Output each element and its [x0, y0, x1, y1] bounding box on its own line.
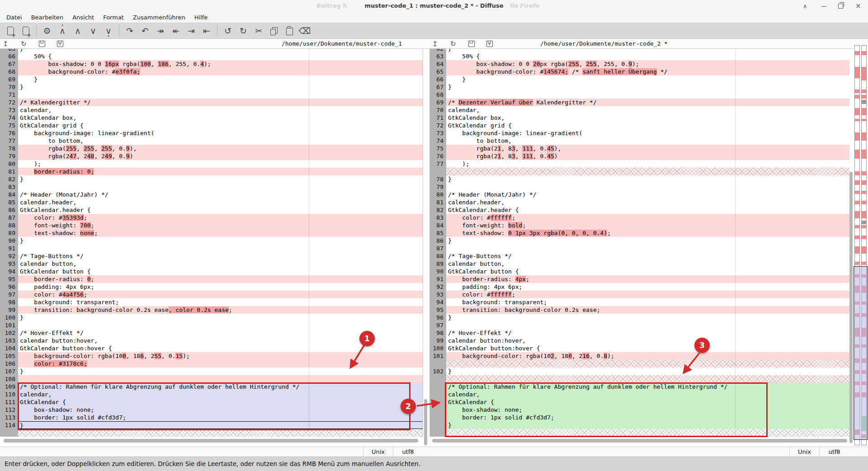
code-line[interactable]: 93calendar button, [0, 260, 423, 268]
code-line[interactable]: 77 to bottom, [0, 137, 423, 145]
save-as-file-icon[interactable] [57, 41, 75, 47]
code-line[interactable]: 98/* Hover-Effekt */ [430, 329, 849, 337]
code-line[interactable]: 114} [0, 421, 423, 429]
first-difference-button[interactable]: ∧ [55, 24, 70, 38]
code-line[interactable] [430, 375, 849, 383]
code-line[interactable]: 101 background-color: rgba(102, 180, 216… [430, 352, 849, 360]
code-line[interactable]: 67 box-shadow: 0 0 16px rgba(100, 186, 2… [0, 60, 423, 68]
code-line[interactable]: 87 color: #35393d; [0, 214, 423, 221]
code-line[interactable]: 69 } [0, 75, 423, 83]
code-line[interactable]: 73 background-image: linear-gradient( [430, 129, 849, 137]
center-vertical-scrollbar[interactable] [424, 399, 427, 445]
code-line[interactable]: 79 rgba(247, 248, 249, 0.9) [0, 152, 423, 160]
clear-edits-button[interactable]: ⌫ [297, 24, 312, 38]
close-window-icon[interactable]: × [855, 0, 861, 12]
code-line[interactable]: 96} [430, 314, 849, 321]
code-line[interactable]: border: 1px solid #cfd3d7; [430, 414, 849, 421]
code-line[interactable]: 109/* Optional: Rahmen für klare Abgrenz… [0, 383, 423, 391]
code-line[interactable]: 104GtkCalendar button:hover { [0, 344, 423, 352]
code-line[interactable]: 94GtkCalendar button { [0, 268, 423, 275]
code-line[interactable]: 100} [0, 314, 423, 321]
code-line[interactable]: 69/* Dezenter Verlauf über Kalendergitte… [430, 99, 849, 106]
save-as-file-icon[interactable] [486, 41, 505, 47]
code-line[interactable]: 78} [430, 175, 849, 183]
code-line[interactable]: 63 50% { [430, 52, 849, 60]
code-line[interactable]: 89 text-shadow: none; [0, 229, 423, 237]
paste-button[interactable] [282, 24, 297, 38]
code-line[interactable]: 81calendar.header, [430, 198, 849, 206]
code-line[interactable]: 97 color: #4a4f56; [0, 291, 423, 298]
shade-window-icon[interactable]: ∧ [803, 0, 807, 12]
code-line[interactable]: 101 [0, 321, 423, 329]
code-line[interactable]: 95 border-radius: 0; [0, 275, 423, 283]
merge-from-left-button[interactable]: ↠ [153, 24, 168, 38]
code-line[interactable]: 70} [0, 83, 423, 91]
code-line[interactable]: 70calendar, [430, 106, 849, 114]
merge-all-right-button[interactable]: ⇥ [184, 24, 199, 38]
code-line[interactable]: 97 [430, 321, 849, 329]
code-line[interactable]: 106 color: #3178c6; [0, 360, 423, 367]
menu-datei[interactable]: Datei [2, 13, 27, 22]
realign-all-button[interactable]: ⚙ [39, 24, 55, 38]
code-line[interactable]: 86GtkCalendar.header { [0, 206, 423, 214]
code-line[interactable]: 73calendar, [0, 106, 423, 114]
code-line[interactable]: 84/* Header (Monat/Jahr) */ [0, 191, 423, 198]
code-line[interactable] [430, 168, 849, 175]
code-line[interactable]: 99 transition: background-color 0.2s eas… [0, 306, 423, 314]
code-line[interactable]: 91 border-radius: 4px; [430, 275, 849, 283]
right-diff-pane[interactable]: 62}63 50% {64 box-shadow: 0 0 20px rgba(… [429, 49, 849, 437]
code-line[interactable]: 76 background-image: linear-gradient( [0, 129, 423, 137]
code-line[interactable]: 71GtkCalendar box, [430, 114, 849, 122]
menu-bearbeiten[interactable]: Bearbeiten [27, 13, 68, 22]
code-line[interactable]: 75GtkCalendar grid { [0, 122, 423, 129]
code-line[interactable]: 66 } [430, 75, 849, 83]
next-difference-button[interactable]: ∨ [85, 24, 101, 38]
code-line[interactable]: 82} [0, 175, 423, 183]
undo-button[interactable]: ↺ [220, 24, 236, 38]
menu-format[interactable]: Format [99, 13, 128, 22]
code-line[interactable]: 92/* Tage-Buttons */ [0, 252, 423, 260]
code-line[interactable]: 90} [0, 237, 423, 245]
open-file-icon[interactable]: ↥ [432, 40, 450, 48]
code-line[interactable]: 77 ); [430, 160, 849, 168]
reload-file-icon[interactable]: ↻ [450, 40, 468, 48]
code-line[interactable]: 94 background: transparent; [430, 298, 849, 306]
previous-difference-button[interactable]: ∧ [70, 24, 85, 38]
code-line[interactable]: 96 padding: 4px 6px; [0, 283, 423, 291]
code-line[interactable]: 80 ); [0, 160, 423, 168]
code-line[interactable]: 71 [0, 91, 423, 99]
code-line[interactable]: 102/* Hover-Effekt */ [0, 329, 423, 337]
code-line[interactable]: 112 box-shadow: none; [0, 406, 423, 414]
new-3way-merge-button[interactable] [18, 24, 33, 38]
open-file-icon[interactable]: ↥ [3, 40, 21, 48]
code-line[interactable]: 66 50% { [0, 52, 423, 60]
save-file-icon[interactable] [39, 41, 57, 47]
code-line[interactable]: 99calendar button:hover, [430, 337, 849, 344]
code-line[interactable]: 85calendar.header, [0, 198, 423, 206]
code-line[interactable]: calendar, [430, 391, 849, 398]
code-line[interactable]: 91 [0, 245, 423, 252]
merge-all-left-button[interactable]: ⇤ [199, 24, 214, 38]
code-line[interactable]: 108 [0, 375, 423, 383]
code-line[interactable]: 110calendar, [0, 391, 423, 398]
code-line[interactable]: 65 background-color: #145674; /* sanft h… [430, 68, 849, 75]
code-line[interactable]: 100GtkCalendar button:hover { [430, 344, 849, 352]
right-horizontal-scrollbar[interactable] [432, 439, 847, 443]
copy-button[interactable] [266, 24, 282, 38]
code-line[interactable]: 93 color: #ffffff; [430, 291, 849, 298]
minimize-window-icon[interactable]: — [821, 0, 827, 12]
code-line[interactable]: 62} [430, 49, 849, 52]
code-line[interactable]: 105 background-color: rgba(100, 186, 255… [0, 352, 423, 360]
code-line[interactable]: 90GtkCalendar button { [430, 268, 849, 275]
menu-zusammenführen[interactable]: Zusammenführen [128, 13, 190, 22]
left-horizontal-scrollbar[interactable] [4, 439, 418, 443]
menu-ansicht[interactable]: Ansicht [68, 13, 99, 22]
code-line[interactable]: 76 rgba(21, 83, 111, 0.45) [430, 152, 849, 160]
code-line[interactable]: 95 transition: background-color 0.2s eas… [430, 306, 849, 314]
merge-from-right-button[interactable]: ↞ [168, 24, 184, 38]
code-line[interactable]: 78 rgba(255, 255, 255, 0.9), [0, 145, 423, 152]
code-line[interactable]: 67} [430, 83, 849, 91]
save-file-icon[interactable] [468, 41, 486, 47]
code-line[interactable]: 81 border-radius: 0; [0, 168, 423, 175]
redo-button[interactable]: ↻ [236, 24, 251, 38]
